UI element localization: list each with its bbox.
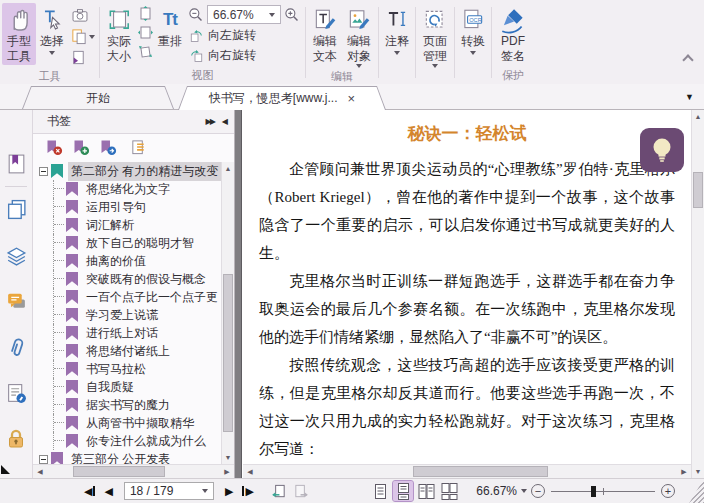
fit-width-button[interactable]: [137, 5, 154, 22]
panel-corner-triangle-icon[interactable]: [1, 465, 10, 474]
scroll-left-icon[interactable]: ◀: [33, 465, 47, 478]
edit-object-dropdown-arrow[interactable]: [356, 64, 362, 68]
bookmark-item[interactable]: 第二部分 有力的精进与改变: [33, 162, 234, 180]
scrollbar-thumb[interactable]: [73, 466, 165, 477]
security-panel-button[interactable]: [4, 427, 28, 451]
fit-page-button[interactable]: [137, 24, 154, 41]
bookmark-item[interactable]: 第三部分 公开发表: [33, 450, 234, 464]
window-resize-grip[interactable]: [689, 479, 704, 503]
pdf-page[interactable]: 秘诀一：轻松试 企管顾问兼世界顶尖运动员的“心理教练”罗伯特·克里格尔（Robe…: [242, 110, 691, 478]
scroll-down-icon[interactable]: ▼: [222, 451, 234, 464]
panel-collapse-icon[interactable]: ◀: [222, 117, 226, 126]
pages-panel-button[interactable]: [5, 197, 28, 221]
tab-close-icon[interactable]: ×: [348, 92, 356, 105]
bookmark-item[interactable]: 从商管书中撷取精华: [33, 414, 234, 432]
add-bookmark-button[interactable]: [72, 139, 90, 156]
zoom-out-icon[interactable]: [187, 6, 205, 24]
bookmark-item[interactable]: 将思绪化为文字: [33, 180, 234, 198]
scroll-up-icon[interactable]: ▲: [222, 162, 234, 175]
convert-button[interactable]: OCR 转换: [457, 3, 489, 56]
facing-continuous-view-button[interactable]: [439, 481, 459, 501]
zoom-status-combo-arrow[interactable]: [521, 489, 527, 493]
zoom-slider-thumb[interactable]: [591, 486, 596, 497]
fit-visible-button[interactable]: [137, 43, 154, 60]
scroll-up-icon[interactable]: ▲: [692, 110, 704, 123]
clipboard-dropdown-arrow[interactable]: [89, 35, 95, 39]
page-manage-button[interactable]: 页面管理: [418, 3, 452, 69]
clipboard-button[interactable]: [69, 27, 96, 46]
tab-overflow-icon[interactable]: ▼: [685, 92, 694, 102]
bookmark-item[interactable]: 自我质疑: [33, 378, 234, 396]
comments-panel-button[interactable]: [5, 289, 28, 313]
scrollbar-thumb[interactable]: [413, 466, 547, 477]
last-page-button[interactable]: ▶: [242, 485, 253, 498]
page-number-combo[interactable]: 18 / 179: [124, 482, 214, 500]
edit-object-button[interactable]: 编辑对象: [342, 3, 376, 69]
comment-button[interactable]: 注释: [381, 3, 413, 56]
lightbulb-tip-icon[interactable]: [640, 128, 684, 172]
ribbon-collapse-chevron-icon[interactable]: [682, 54, 693, 65]
tab-document[interactable]: 快书写，慢思考[www.j... ×: [178, 86, 386, 110]
zoom-slider[interactable]: [551, 484, 655, 498]
bookmarks-horizontal-scrollbar[interactable]: ◀ ▶: [33, 464, 234, 478]
bookmark-item[interactable]: 突破既有的假设与概念: [33, 270, 234, 288]
bookmark-item[interactable]: 据实书写的魔力: [33, 396, 234, 414]
comment-dropdown-arrow[interactable]: [394, 51, 400, 55]
document-horizontal-scrollbar[interactable]: ◀ ▶: [243, 464, 691, 478]
document-vertical-scrollbar[interactable]: ▲ ▼: [691, 110, 704, 478]
select-dropdown-arrow[interactable]: [49, 51, 55, 55]
reflow-button[interactable]: Tt 重排: [155, 3, 185, 50]
tree-expander-icon[interactable]: [39, 167, 48, 176]
scroll-right-icon[interactable]: ▶: [677, 465, 691, 478]
scroll-right-icon[interactable]: ▶: [220, 465, 234, 478]
rotate-right-button[interactable]: 向右旋转: [187, 46, 301, 64]
bookmark-item[interactable]: 进行纸上对话: [33, 324, 234, 342]
tab-start[interactable]: 开始: [22, 86, 174, 109]
bookmark-item[interactable]: 抽离的价值: [33, 252, 234, 270]
goto-bookmark-button[interactable]: [99, 139, 117, 156]
bookmark-item[interactable]: 词汇解析: [33, 216, 234, 234]
scrollbar-thumb[interactable]: [223, 274, 233, 432]
bookmark-item[interactable]: 一百个点子比一个点子更: [33, 288, 234, 306]
select-tool-button[interactable]: 选择: [36, 3, 68, 56]
zoom-in-icon[interactable]: [283, 6, 301, 24]
layers-panel-button[interactable]: [5, 243, 28, 267]
convert-dropdown-arrow[interactable]: [470, 51, 476, 55]
page-combo-arrow[interactable]: [202, 489, 208, 493]
bookmarks-vertical-scrollbar[interactable]: ▲ ▼: [221, 162, 234, 464]
facing-view-button[interactable]: [416, 481, 436, 501]
page-tool-button[interactable]: [69, 48, 96, 67]
expand-bookmarks-button[interactable]: [130, 139, 147, 156]
scrollbar-thumb[interactable]: [693, 172, 703, 208]
tree-expander-icon[interactable]: [39, 455, 48, 464]
scroll-left-icon[interactable]: ◀: [243, 465, 257, 478]
previous-view-button[interactable]: [270, 483, 287, 500]
bookmark-item[interactable]: 书写马拉松: [33, 360, 234, 378]
next-view-button[interactable]: [293, 483, 310, 500]
rotate-left-button[interactable]: 向左旋转: [187, 26, 301, 44]
bookmark-item[interactable]: 学习爱上说谎: [33, 306, 234, 324]
zoom-out-button[interactable]: −: [531, 484, 545, 498]
next-page-button[interactable]: ▶: [225, 485, 233, 498]
signature-panel-button[interactable]: [5, 381, 28, 405]
zoom-combo-arrow[interactable]: [269, 13, 275, 17]
single-page-view-button[interactable]: [370, 481, 390, 501]
attachments-panel-button[interactable]: [5, 335, 28, 359]
first-page-button[interactable]: ◀: [84, 485, 95, 498]
zoom-level-combo[interactable]: 66.67%: [207, 5, 281, 24]
pdf-sign-button[interactable]: PDF签名: [494, 3, 532, 65]
hand-tool-button[interactable]: 手型工具: [2, 3, 36, 65]
edit-text-button[interactable]: 编辑文本: [308, 3, 342, 65]
bookmarks-panel-button[interactable]: [5, 152, 28, 176]
snapshot-button[interactable]: [69, 5, 96, 25]
panel-expand-icon[interactable]: ▶▶: [206, 117, 214, 126]
bookmark-item[interactable]: 运用引导句: [33, 198, 234, 216]
bookmark-item[interactable]: 将思绪付诸纸上: [33, 342, 234, 360]
scroll-down-icon[interactable]: ▼: [692, 465, 704, 478]
bookmark-item[interactable]: 你专注什么就成为什么: [33, 432, 234, 450]
delete-bookmark-button[interactable]: [45, 139, 63, 156]
zoom-in-button[interactable]: +: [661, 484, 675, 498]
previous-page-button[interactable]: ◀: [104, 485, 112, 498]
page-manage-dropdown-arrow[interactable]: [432, 64, 438, 68]
continuous-view-button[interactable]: [393, 481, 413, 501]
